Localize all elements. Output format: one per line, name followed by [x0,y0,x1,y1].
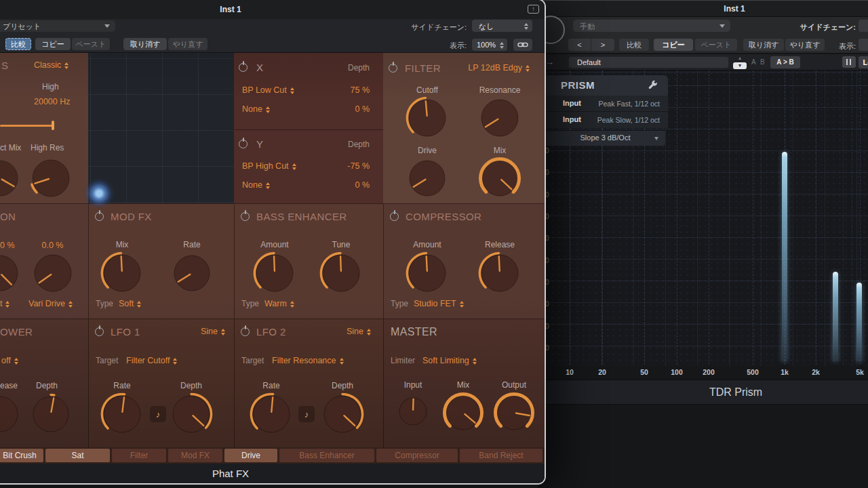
wrench-icon[interactable] [648,80,658,93]
prism-channel-row[interactable]: Input Peak Fast, 1/12 oct [542,96,668,112]
filter-power-icon[interactable] [389,64,397,73]
lfo2-depth-knob[interactable] [319,391,366,437]
fx-button-filter[interactable]: Filter [112,449,166,462]
x-depth2-value[interactable]: 0 % [315,104,370,114]
modfx-mix-knob[interactable] [99,250,145,296]
env-release-knob[interactable] [0,392,22,436]
env-mode-select-partial[interactable]: off [1,356,18,365]
ab-toggle[interactable]: A B [751,58,766,66]
logic-compare-button[interactable]: 比較 [619,39,649,51]
filter-resonance-knob[interactable] [477,95,523,141]
compare-label: 比較 [11,39,26,49]
logic-undo-button[interactable]: 取り消す [743,39,784,51]
lfo1-sync-note-icon[interactable]: ♪ [150,406,166,422]
level-button-partial[interactable]: Le [859,56,868,68]
comp-amount-knob[interactable] [404,250,450,296]
chevron-down-icon [654,137,658,140]
master-mix-knob[interactable] [441,391,485,434]
x-target1-select[interactable]: BP Low Cut [242,85,294,95]
filter-drive-knob[interactable] [405,156,450,201]
fx-button-label: Drive [241,451,260,460]
band-mode-select[interactable]: Classic [34,60,68,70]
fx-button-compressor[interactable]: Compressor [376,449,458,462]
comp-type-select[interactable]: Studio FET [414,299,464,308]
preset-down-button[interactable]: ▾ [733,62,747,69]
comp-power-icon[interactable] [390,212,399,221]
comp-release-knob[interactable] [477,250,523,296]
y-target2-select[interactable]: None [242,180,270,190]
filter-mix-knob[interactable] [477,156,522,201]
logic-view-select[interactable] [859,39,868,51]
y-power-icon[interactable] [239,140,248,148]
logic-preset-select[interactable]: 手動 [573,20,730,32]
bass-power-icon[interactable] [241,212,250,221]
y-depth1-value[interactable]: -75 % [315,161,370,171]
tdr-preset-field[interactable]: Default [568,56,729,68]
fx-button-bass-enhancer[interactable]: Bass Enhancer [279,449,374,462]
xy-pad-puck[interactable] [83,176,115,208]
band-freq-slider-handle[interactable] [52,121,54,130]
modfx-type-select[interactable]: Soft [119,299,141,308]
db-tick-label: 0 [545,300,555,308]
copy-a-to-b-button[interactable]: A > B [770,56,800,68]
slope-select[interactable]: Slope 3 dB/Oct [545,131,665,146]
lfo1-rate-knob[interactable] [99,391,145,437]
distortion-type1-select-partial[interactable]: t [0,299,9,308]
x-depth1-value[interactable]: 75 % [315,85,370,95]
pause-button[interactable] [842,56,856,68]
logic-sidechain-label: サイドチェーン: [760,22,856,33]
fx-button-bit-crush[interactable]: Bit Crush [0,449,43,462]
db-tick-label: 0 [545,279,555,286]
fx-button-label: Bass Enhancer [299,451,354,460]
fx-button-band-reject[interactable]: Band Reject [460,449,542,462]
filter-mode-select[interactable]: LP 12dB Edgy [444,63,530,73]
next-preset-button[interactable]: > [591,39,614,51]
vari-drive-knob[interactable] [30,250,76,296]
x-power-icon[interactable] [239,63,248,72]
fx-button-sat[interactable]: Sat [45,449,110,462]
fx-button-drive[interactable]: Drive [224,449,277,462]
redo-button[interactable]: やり直す [168,38,208,50]
lfo1-target-select[interactable]: Filter Cutoff [126,356,177,365]
logic-sidechain-select[interactable] [859,20,868,32]
lfo2-target-select[interactable]: Filter Resonance [272,356,344,365]
lfo2-sync-note-icon[interactable]: ♪ [298,406,315,422]
preset-up-button[interactable]: ▴ [732,55,747,61]
fx-button-mod-fx[interactable]: Mod FX [168,449,222,462]
bass-tune-knob[interactable] [318,250,364,296]
distortion-value2[interactable]: 0.0 % [31,241,75,250]
distortion-value1-partial[interactable]: 0 % [0,241,15,250]
bass-type-select[interactable]: Warm [264,299,294,308]
prev-preset-button[interactable]: < [568,39,591,51]
distortion-type2-select[interactable]: Vari Drive [28,299,73,308]
master-output-knob[interactable] [492,391,536,434]
logic-paste-button[interactable]: ペースト [695,39,737,51]
lfo2-rate-knob[interactable] [248,391,294,437]
filter-cutoff-knob[interactable] [404,95,450,141]
prism-channel-row[interactable]: Input Peak Slow, 1/12 oct [542,112,668,128]
paste-button[interactable]: ペースト [72,38,110,50]
lfo2-power-icon[interactable] [241,327,250,336]
master-input-knob[interactable] [395,393,431,430]
compare-button[interactable]: 比較 [5,38,31,50]
modfx-power-icon[interactable] [95,212,104,221]
copy-button[interactable]: コピー [35,38,71,50]
x-target2-select[interactable]: None [242,104,270,114]
master-limiter-select[interactable]: Soft Limiting [422,356,477,365]
band-highres-knob[interactable] [28,155,74,201]
lfo1-depth-knob[interactable] [168,391,214,437]
freq-tick-label: 200 [703,368,715,376]
bass-amount-knob[interactable] [252,250,298,296]
band-mix-knob[interactable] [0,156,22,201]
band-freq-slider[interactable] [0,125,54,127]
lfo2-wave-select[interactable]: Sine [329,327,371,336]
lfo1-power-icon[interactable] [95,327,104,336]
y-target1-select[interactable]: BP High Cut [242,161,296,171]
undo-button[interactable]: 取り消す [123,38,167,50]
distortion-drive-knob[interactable] [0,251,22,296]
logic-copy-button[interactable]: コピー [654,39,693,51]
lfo1-wave-select[interactable]: Sine [183,327,225,336]
y-depth2-value[interactable]: 0 % [315,180,370,190]
env-depth-knob[interactable] [28,392,73,436]
modfx-rate-knob[interactable] [170,251,214,296]
